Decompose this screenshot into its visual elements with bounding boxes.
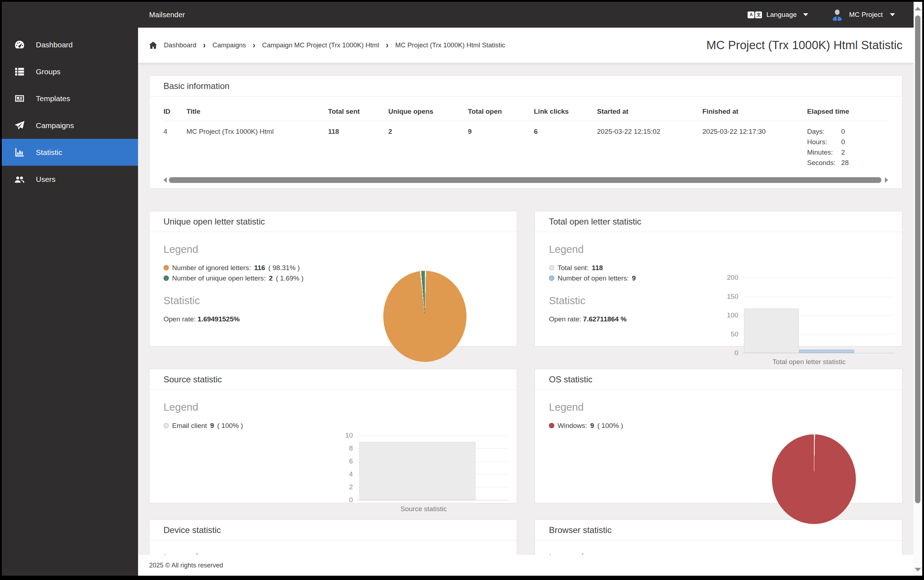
legend-value: 116 xyxy=(254,262,265,273)
panel-title: Basic information xyxy=(163,81,230,91)
source-bar-chart: 10 8 6 4 2 0 xyxy=(339,435,509,513)
legend-label: Total sent: xyxy=(557,262,589,273)
source-panel: Source statistic Legend Email client 9 (… xyxy=(149,369,517,503)
topbar-right: A文 Language MC Project xyxy=(748,8,895,21)
legend-heading: Legend xyxy=(549,401,888,413)
legend-item: Total sent: 118 xyxy=(549,262,888,273)
legend-label: Number of open letters: xyxy=(557,273,629,283)
bar-email-client xyxy=(359,442,475,500)
panel-title: Total open letter statistic xyxy=(549,217,641,226)
legend-bullet-green xyxy=(163,275,169,281)
language-label: Language xyxy=(766,11,797,19)
unique-open-panel: Unique open letter statistic Legend Numb… xyxy=(149,211,517,346)
total-open-panel: Total open letter statistic Legend Total… xyxy=(534,211,903,346)
y-tick: 6 xyxy=(349,457,353,465)
legend-value: 9 xyxy=(632,273,636,283)
scroll-right-icon[interactable] xyxy=(885,177,888,183)
y-tick: 0 xyxy=(349,496,353,504)
scroll-down-icon[interactable] xyxy=(915,568,921,572)
footer: 2025 © All rights reserved xyxy=(138,555,914,576)
basic-information-panel: Basic information ID Title Total sent xyxy=(149,75,903,189)
screenshot-frame: Mailsender A文 Language MC Project Dashbo… xyxy=(0,0,924,580)
breadcrumb-current[interactable]: MC Project (Trx 1000K) Html Statistic xyxy=(395,41,505,49)
y-tick: 10 xyxy=(345,432,353,439)
col-link-clicks: Link clicks xyxy=(534,97,597,121)
panel-header: Basic information xyxy=(150,76,902,97)
dashboard-icon xyxy=(14,39,25,50)
sidebar-item-statistic[interactable]: Statistic xyxy=(2,139,138,166)
cell-id: 4 xyxy=(163,121,186,167)
col-finished-at: Finished at xyxy=(702,97,807,121)
cell-title: MC Project (Trx 1000K) Html xyxy=(186,121,328,167)
sidebar-item-label: Statistic xyxy=(36,148,62,157)
vertical-scrollbar[interactable] xyxy=(914,2,922,576)
users-icon xyxy=(14,174,25,185)
elapsed-value: 0 xyxy=(841,138,888,146)
elapsed-time-table: Days:0 Hours:0 Minutes:2 Seconds:28 xyxy=(807,128,888,167)
app-window: Mailsender A文 Language MC Project Dashbo… xyxy=(2,2,922,576)
elapsed-label: Days: xyxy=(807,128,841,135)
language-menu[interactable]: A文 Language xyxy=(748,11,808,19)
col-elapsed-time: Elapsed time xyxy=(807,97,888,121)
y-axis: 200 150 100 50 0 xyxy=(724,278,743,353)
legend-percent: ( 100% ) xyxy=(597,420,623,431)
sidebar-item-templates[interactable]: Templates xyxy=(2,85,138,112)
open-rate-label: Open rate: xyxy=(163,315,196,323)
scroll-up-icon[interactable] xyxy=(915,7,921,10)
legend-percent: ( 98.31% ) xyxy=(268,262,300,273)
breadcrumb-campaign[interactable]: Campaign MC Project (Trx 1000K) Html xyxy=(262,41,379,49)
chevron-right-icon: › xyxy=(253,40,255,50)
legend-bullet-gray xyxy=(163,423,169,428)
brand: Mailsender xyxy=(149,11,185,19)
breadcrumb-campaigns[interactable]: Campaigns xyxy=(213,41,246,49)
legend-bullet-blue xyxy=(549,275,554,281)
os-pie-chart xyxy=(772,434,856,524)
legend-percent: ( 100% ) xyxy=(217,420,243,431)
home-icon xyxy=(149,41,157,49)
scrollbar-thumb[interactable] xyxy=(915,15,921,503)
legend-label: Number of unique open letters: xyxy=(172,273,266,283)
scrollbar-track[interactable] xyxy=(168,176,883,184)
sidebar-item-groups[interactable]: Groups xyxy=(2,58,138,85)
y-tick: 8 xyxy=(349,445,353,452)
scroll-left-icon[interactable] xyxy=(163,177,167,183)
user-menu[interactable]: MC Project xyxy=(830,8,895,21)
open-rate-value: 7.62711864 % xyxy=(583,315,627,323)
sidebar-item-label: Campaigns xyxy=(36,121,74,130)
sidebar-item-dashboard[interactable]: Dashboard xyxy=(2,31,138,58)
col-started-at: Started at xyxy=(597,97,702,121)
legend-heading: Legend xyxy=(163,244,503,255)
table-row: 4 MC Project (Trx 1000K) Html 118 2 9 6 … xyxy=(163,121,888,167)
sidebar-item-label: Templates xyxy=(36,94,70,103)
paper-plane-icon xyxy=(14,120,25,131)
sidebar-item-users[interactable]: Users xyxy=(2,166,138,193)
sidebar-item-campaigns[interactable]: Campaigns xyxy=(2,112,138,139)
translate-icon: A文 xyxy=(748,12,762,18)
elapsed-label: Seconds: xyxy=(807,159,841,167)
legend-bullet-red xyxy=(549,423,554,428)
col-total-sent: Total sent xyxy=(328,97,388,121)
horizontal-scrollbar[interactable] xyxy=(163,176,888,184)
plot-area xyxy=(357,435,509,500)
panel-title: Browser statistic xyxy=(549,525,612,535)
chevron-down-icon xyxy=(803,13,808,16)
legend-value: 9 xyxy=(590,420,594,431)
breadcrumb-bar: Dashboard › Campaigns › Campaign MC Proj… xyxy=(138,28,914,63)
scrollbar-thumb[interactable] xyxy=(169,177,881,183)
panel-title: Device statistic xyxy=(163,525,221,535)
os-panel: OS statistic Legend Windows: 9 ( 100% ) xyxy=(534,369,903,503)
y-tick: 150 xyxy=(727,293,738,301)
breadcrumb: Dashboard › Campaigns › Campaign MC Proj… xyxy=(149,41,505,49)
elapsed-value: 28 xyxy=(841,159,888,167)
sidebar-item-label: Groups xyxy=(36,68,61,76)
chevron-right-icon: › xyxy=(203,40,206,50)
cell-link-clicks: 6 xyxy=(534,121,597,167)
breadcrumb-dashboard[interactable]: Dashboard xyxy=(164,41,196,49)
legend-item: Email client 9 ( 100% ) xyxy=(163,420,503,431)
open-rate-label: Open rate: xyxy=(549,315,581,323)
elapsed-label: Hours: xyxy=(807,138,841,146)
y-tick: 4 xyxy=(349,470,353,478)
cell-elapsed-time: Days:0 Hours:0 Minutes:2 Seconds:28 xyxy=(807,121,888,167)
cell-total-open: 9 xyxy=(468,121,534,167)
col-unique-opens: Unique opens xyxy=(388,97,468,121)
